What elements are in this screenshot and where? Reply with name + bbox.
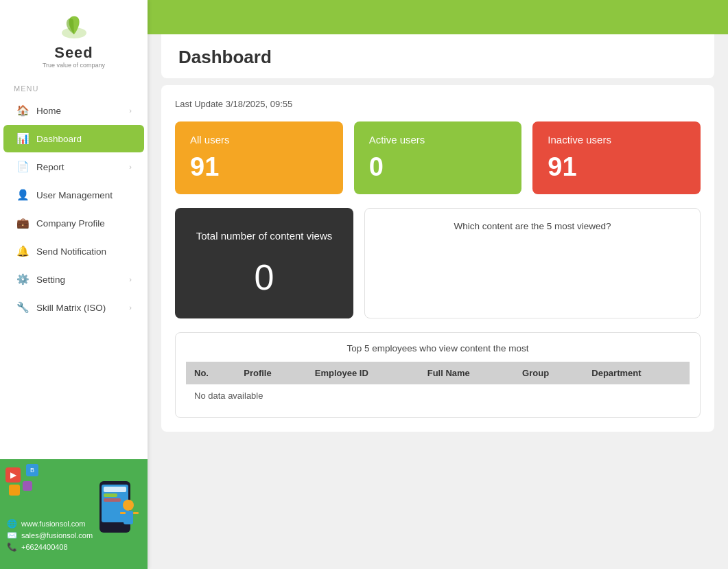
home-nav-arrow: › — [129, 106, 132, 115]
skill-matrix-nav-label: Skill Matrix (ISO) — [36, 303, 129, 313]
dashboard-body: Last Update 3/18/2025, 09:55 All users 9… — [161, 85, 714, 432]
top-bar — [148, 0, 728, 34]
report-nav-arrow: › — [129, 163, 132, 171]
send-notification-nav-label: Send Notification — [36, 246, 132, 257]
company-profile-nav-icon: 💼 — [16, 217, 30, 229]
stat-card-active-users: Active users 0 — [354, 121, 522, 194]
user-management-nav-label: User Management — [36, 190, 132, 200]
stat-value-all-users: 91 — [190, 152, 328, 182]
svg-point-6 — [123, 500, 134, 511]
seed-logo-icon — [57, 14, 91, 41]
total-views-card: Total number of content views 0 — [175, 208, 353, 318]
page-header: Dashboard — [161, 34, 714, 78]
report-nav-icon: 📄 — [16, 161, 30, 173]
home-nav-icon: 🏠 — [16, 104, 30, 117]
sidebar-item-skill-matrix[interactable]: 🔧 Skill Matrix (ISO) › — [3, 294, 144, 321]
footer-illustration — [86, 467, 144, 550]
table-header-2: Employee ID — [307, 362, 419, 384]
skill-matrix-nav-icon: 🔧 — [16, 301, 30, 314]
svg-rect-4 — [104, 493, 117, 497]
middle-row: Total number of content views 0 Which co… — [175, 208, 701, 318]
svg-rect-3 — [104, 487, 126, 492]
stat-label-active-users: Active users — [369, 134, 507, 146]
dashboard-nav-label: Dashboard — [36, 134, 132, 144]
table-head: No.ProfileEmployee IDFull NameGroupDepar… — [186, 362, 690, 384]
user-management-nav-icon: 👤 — [16, 189, 30, 201]
total-views-label: Total number of content views — [196, 229, 332, 243]
employees-table: No.ProfileEmployee IDFull NameGroupDepar… — [186, 362, 690, 407]
report-nav-label: Report — [36, 162, 129, 172]
stats-row: All users 91 Active users 0 Inactive use… — [175, 121, 701, 194]
stat-label-all-users: All users — [190, 134, 328, 146]
stat-value-active-users: 0 — [369, 152, 507, 182]
sidebar-item-send-notification[interactable]: 🔔 Send Notification — [3, 237, 144, 265]
sidebar-footer: ▶ B 🌐 www.fusionsol.com ✉️ sales@fusions… — [0, 459, 148, 569]
svg-rect-8 — [120, 512, 126, 514]
logo-text: Seed — [54, 44, 93, 62]
table-header-1: Profile — [235, 362, 307, 384]
sidebar-nav: 🏠 Home › 📊 Dashboard 📄 Report › 👤 User M… — [0, 96, 148, 459]
total-views-value: 0 — [255, 257, 274, 298]
stat-card-all-users: All users 91 — [175, 121, 343, 194]
table-header-row: No.ProfileEmployee IDFull NameGroupDepar… — [186, 362, 690, 384]
send-notification-nav-icon: 🔔 — [16, 245, 30, 257]
globe-icon: 🌐 — [7, 519, 17, 529]
no-data-cell: No data available — [186, 384, 690, 407]
sidebar-item-dashboard[interactable]: 📊 Dashboard — [3, 125, 144, 152]
skill-matrix-nav-arrow: › — [129, 303, 132, 312]
sidebar: Seed True value of company MENU 🏠 Home ›… — [0, 0, 148, 569]
no-data-row: No data available — [186, 384, 690, 407]
sidebar-item-report[interactable]: 📄 Report › — [3, 153, 144, 181]
setting-nav-label: Setting — [36, 275, 129, 285]
content-area: Dashboard Last Update 3/18/2025, 09:55 A… — [148, 34, 728, 445]
table-body: No data available — [186, 384, 690, 407]
setting-nav-arrow: › — [129, 275, 132, 283]
email-icon: ✉️ — [7, 531, 17, 540]
most-viewed-card: Which content are the 5 most viewed? — [364, 208, 701, 318]
svg-rect-9 — [133, 512, 139, 514]
stat-value-inactive-users: 91 — [548, 152, 685, 182]
table-header-5: Department — [583, 362, 690, 384]
table-header-0: No. — [186, 362, 235, 384]
stat-card-inactive-users: Inactive users 91 — [532, 121, 701, 194]
setting-nav-icon: ⚙️ — [16, 273, 30, 286]
top-employees-section: Top 5 employees who view content the mos… — [175, 332, 701, 418]
last-update: Last Update 3/18/2025, 09:55 — [175, 99, 701, 109]
sidebar-item-company-profile[interactable]: 💼 Company Profile — [3, 209, 144, 237]
sidebar-item-home[interactable]: 🏠 Home › — [3, 97, 144, 124]
stat-label-inactive-users: Inactive users — [548, 134, 685, 146]
phone-icon: 📞 — [7, 542, 17, 552]
page-title: Dashboard — [178, 47, 697, 68]
logo-subtitle: True value of company — [43, 62, 105, 69]
sidebar-item-user-management[interactable]: 👤 User Management — [3, 181, 144, 209]
sidebar-item-setting[interactable]: ⚙️ Setting › — [3, 266, 144, 293]
table-header-3: Full Name — [419, 362, 514, 384]
table-header-4: Group — [514, 362, 583, 384]
logo-area: Seed True value of company — [0, 0, 148, 79]
company-profile-nav-label: Company Profile — [36, 218, 132, 229]
home-nav-label: Home — [36, 106, 129, 116]
top-employees-title: Top 5 employees who view content the mos… — [186, 343, 690, 353]
menu-label: MENU — [0, 79, 148, 96]
svg-rect-5 — [104, 498, 121, 502]
dashboard-nav-icon: 📊 — [16, 132, 30, 145]
most-viewed-title: Which content are the 5 most viewed? — [377, 221, 688, 231]
main-content: Dashboard Last Update 3/18/2025, 09:55 A… — [148, 0, 728, 569]
